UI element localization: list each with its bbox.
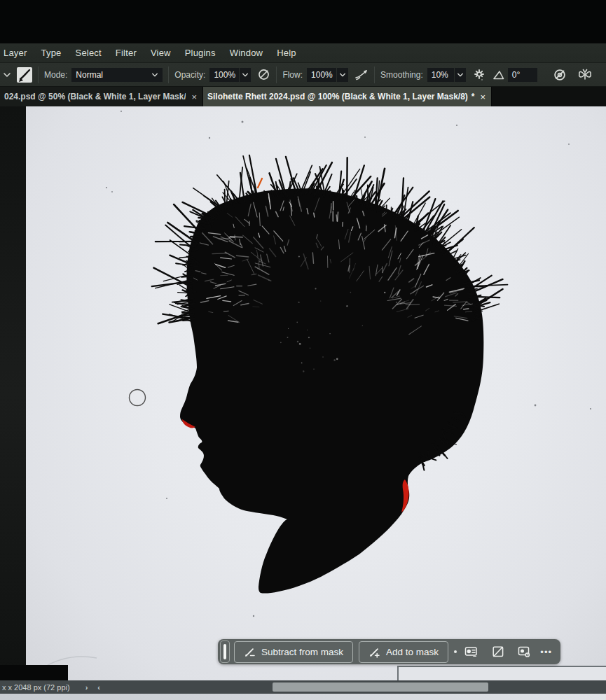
chevron-right-icon[interactable]: ›	[85, 683, 88, 692]
add-to-mask-label: Add to mask	[386, 647, 439, 657]
drag-pill	[223, 644, 226, 659]
close-icon[interactable]: ×	[480, 92, 486, 102]
chevron-down-icon	[339, 71, 346, 78]
angle-field[interactable]: 0°	[508, 68, 537, 82]
horizontal-scrollbar-thumb[interactable]	[273, 682, 488, 692]
window-corner-shadow	[0, 665, 68, 681]
chevron-down-icon	[457, 71, 464, 78]
menu-select[interactable]: Select	[76, 48, 111, 58]
divider	[38, 66, 39, 83]
opacity-label: Opacity:	[174, 70, 205, 80]
menu-filter[interactable]: Filter	[116, 48, 146, 58]
chevron-down-icon	[242, 71, 249, 78]
more-options-button[interactable]: •••	[537, 647, 555, 657]
screen-bezel	[0, 0, 606, 43]
modified-indicator: *	[471, 92, 475, 102]
document-dimensions-text: x x 2048 px (72 ppi)	[2, 683, 70, 692]
menu-window[interactable]: Window	[230, 48, 272, 58]
tab-document-1[interactable]: 024.psd @ 50% (Black & White 1, Layer Ma…	[0, 87, 203, 106]
brush-plus-icon	[369, 646, 380, 658]
document-tab-bar: 024.psd @ 50% (Black & White 1, Layer Ma…	[0, 87, 606, 106]
add-to-mask-button[interactable]: Add to mask	[359, 641, 448, 663]
opacity-dropdown[interactable]	[240, 68, 251, 82]
canvas-area[interactable]	[26, 106, 606, 680]
opacity-field[interactable]: 100%	[209, 68, 239, 82]
chevron-left-icon[interactable]: ‹	[97, 683, 100, 692]
menu-plugins[interactable]: Plugins	[185, 48, 225, 58]
divider	[276, 66, 277, 83]
menu-layer[interactable]: Layer	[4, 48, 36, 58]
mode-select[interactable]: Normal	[71, 68, 163, 82]
pressure-size-icon[interactable]	[553, 68, 567, 82]
mode-label: Mode:	[44, 70, 67, 80]
brush-options-bar: Mode: Normal Opacity: 100% Flow: 100% Sm…	[0, 63, 606, 87]
paint-symmetry-butterfly-icon[interactable]	[577, 68, 593, 82]
mode-value: Normal	[76, 70, 103, 80]
gear-icon[interactable]	[473, 69, 486, 81]
tab-title: 024.psd @ 50% (Black & White 1, Layer Ma…	[4, 92, 186, 102]
mask-properties-button[interactable]	[458, 641, 485, 662]
flow-field[interactable]: 100%	[307, 68, 336, 82]
brush-angle-icon	[493, 69, 505, 80]
brush-minus-icon	[244, 646, 256, 658]
separator-dot	[454, 650, 457, 653]
chevron-down-icon[interactable]	[3, 71, 11, 79]
divider	[374, 66, 375, 83]
photo-bottom-edge	[0, 694, 606, 700]
airbrush-icon[interactable]	[354, 69, 369, 81]
taskbar-drag-handle[interactable]	[220, 640, 230, 663]
subtract-from-mask-button[interactable]: Subtract from mask	[234, 641, 353, 663]
menu-view[interactable]: View	[151, 48, 180, 58]
window-left-edge	[0, 106, 26, 680]
smoothing-field[interactable]: 10%	[427, 68, 454, 82]
divider	[168, 66, 169, 83]
chevron-down-icon	[151, 71, 158, 78]
smoothing-dropdown[interactable]	[455, 68, 466, 82]
menu-type[interactable]: Type	[41, 48, 71, 58]
flow-label: Flow:	[282, 70, 303, 80]
flow-dropdown[interactable]	[337, 68, 348, 82]
status-bar: x x 2048 px (72 ppi) › ‹	[0, 680, 606, 694]
menu-bar: Layer Type Select Filter View Plugins Wi…	[0, 43, 606, 63]
brush-preset-button[interactable]	[17, 67, 32, 83]
smoothing-label: Smoothing:	[380, 70, 423, 80]
subtract-from-mask-label: Subtract from mask	[261, 647, 343, 657]
tab-title: Silohette Rhett 2024.psd @ 100% (Black &…	[207, 92, 468, 102]
mask-settings-button[interactable]	[511, 641, 538, 662]
contextual-task-bar: Subtract from mask Add to mask •••	[218, 639, 560, 664]
menu-help[interactable]: Help	[277, 48, 305, 58]
document-bottom-edge	[397, 666, 606, 680]
pressure-opacity-icon[interactable]	[257, 68, 270, 81]
tab-document-2-active[interactable]: Silohette Rhett 2024.psd @ 100% (Black &…	[203, 87, 492, 106]
close-icon[interactable]: ×	[191, 92, 197, 102]
disable-mask-button[interactable]	[485, 641, 511, 662]
